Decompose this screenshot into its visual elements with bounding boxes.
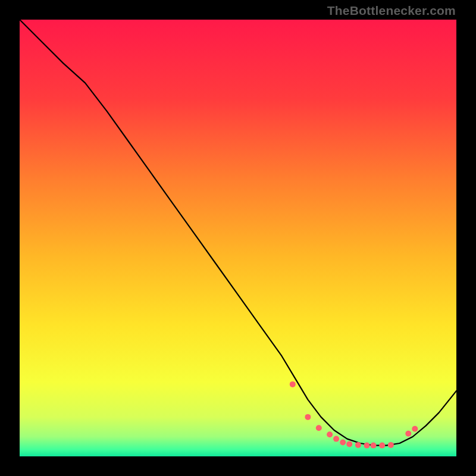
chart-plot-area [20, 20, 456, 456]
chart-marker-dot [388, 442, 394, 448]
chart-marker-dot [333, 436, 339, 442]
chart-marker-dot [355, 442, 361, 448]
chart-marker-dot [327, 431, 333, 437]
chart-gradient-background [20, 20, 456, 456]
chart-marker-dot [346, 441, 352, 447]
chart-frame: TheBottlenecker.com [0, 0, 476, 476]
chart-marker-dot [405, 431, 411, 437]
chart-svg [20, 20, 456, 456]
watermark-text: TheBottlenecker.com [327, 4, 456, 18]
chart-marker-dot [371, 443, 377, 449]
chart-marker-dot [340, 440, 346, 446]
chart-marker-dot [364, 443, 370, 449]
chart-marker-dot [379, 443, 385, 449]
chart-marker-dot [290, 381, 296, 387]
chart-marker-dot [305, 414, 311, 420]
chart-marker-dot [412, 426, 418, 432]
chart-marker-dot [316, 425, 322, 431]
